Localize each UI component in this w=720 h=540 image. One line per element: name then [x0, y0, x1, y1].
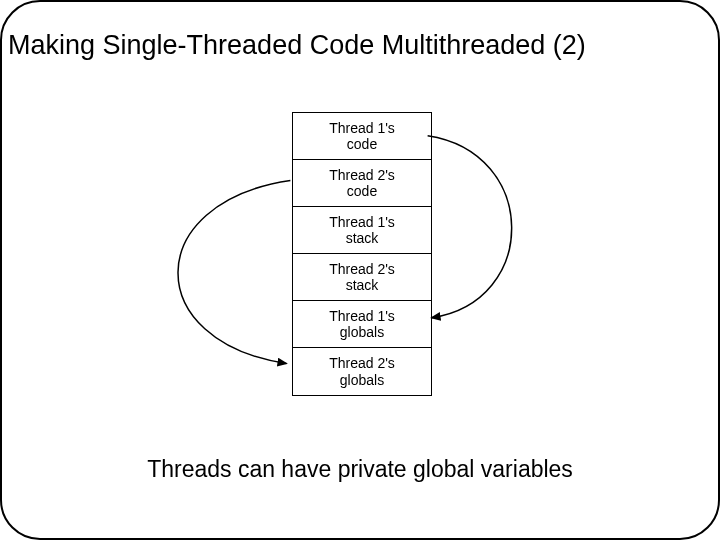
cell-label: stack [346, 230, 379, 246]
cell-label: code [347, 183, 377, 199]
cell-thread1-globals: Thread 1's globals [293, 301, 431, 348]
memory-diagram: Thread 1's code Thread 2's code Thread 1… [2, 102, 718, 432]
memory-stack: Thread 1's code Thread 2's code Thread 1… [292, 112, 432, 396]
cell-label: code [347, 136, 377, 152]
cell-label: Thread 2's [329, 261, 395, 277]
slide-frame: Making Single-Threaded Code Multithreade… [0, 0, 720, 540]
cell-label: Thread 1's [329, 120, 395, 136]
cell-label: Thread 2's [329, 355, 395, 371]
cell-thread2-stack: Thread 2's stack [293, 254, 431, 301]
cell-thread1-code: Thread 1's code [293, 113, 431, 160]
cell-thread2-globals: Thread 2's globals [293, 348, 431, 395]
cell-label: stack [346, 277, 379, 293]
cell-label: Thread 1's [329, 308, 395, 324]
cell-label: globals [340, 324, 384, 340]
cell-thread2-code: Thread 2's code [293, 160, 431, 207]
cell-thread1-stack: Thread 1's stack [293, 207, 431, 254]
cell-label: Thread 1's [329, 214, 395, 230]
slide-title: Making Single-Threaded Code Multithreade… [2, 30, 718, 61]
cell-label: globals [340, 372, 384, 388]
slide-caption: Threads can have private global variable… [2, 456, 718, 483]
cell-label: Thread 2's [329, 167, 395, 183]
